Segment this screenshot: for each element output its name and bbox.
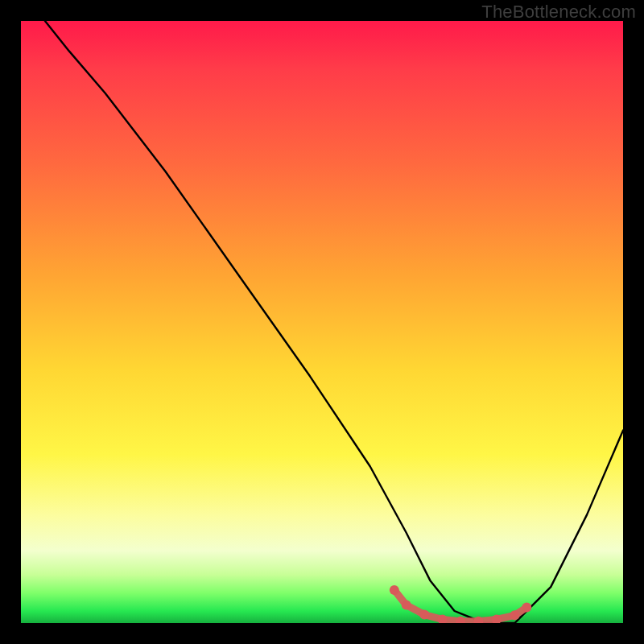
- svg-point-8: [522, 603, 531, 613]
- bottleneck-curve: [45, 21, 623, 623]
- curve-layer: [21, 21, 623, 623]
- watermark-text: TheBottleneck.com: [481, 2, 636, 23]
- svg-point-0: [390, 585, 399, 595]
- chart-frame: TheBottleneck.com: [0, 0, 644, 644]
- svg-point-7: [510, 610, 519, 620]
- plot-area: [21, 21, 623, 623]
- svg-point-2: [419, 610, 429, 620]
- trough-marker: [390, 585, 532, 623]
- svg-point-1: [402, 601, 411, 610]
